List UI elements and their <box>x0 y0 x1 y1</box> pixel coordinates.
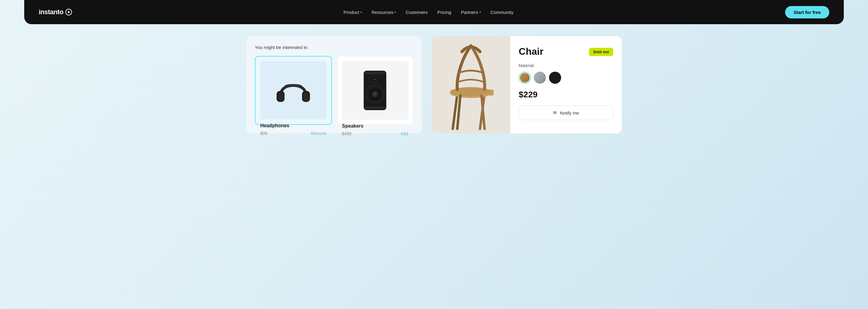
product-header: Chair Sold out <box>519 46 613 57</box>
material-swatch-silver[interactable] <box>534 72 546 84</box>
product-title: Chair <box>519 46 544 57</box>
recommendations-panel: You might be interested in: <box>246 36 422 133</box>
nav-item-partners[interactable]: Partners ▾ <box>461 10 481 15</box>
notify-me-label: Notify me <box>560 110 579 115</box>
material-options <box>519 72 613 84</box>
notify-me-button[interactable]: ✉ Notify me <box>519 105 613 120</box>
mail-icon: ✉ <box>553 110 557 115</box>
resources-dropdown-arrow: ▾ <box>394 10 396 14</box>
navbar: instanto Product ▾ Resources ▾ Customers… <box>24 0 844 24</box>
headphones-name: Headphones <box>260 123 327 129</box>
speakers-name: Speakers <box>342 123 408 129</box>
logo-icon <box>65 9 72 15</box>
svg-rect-4 <box>278 93 282 100</box>
material-section: Material <box>519 63 613 84</box>
nav-link-partners[interactable]: Partners ▾ <box>461 10 481 15</box>
headphones-icon <box>274 72 313 108</box>
nav-link-customers[interactable]: Customers <box>406 10 428 15</box>
product-price: $229 <box>519 90 613 100</box>
start-for-free-button[interactable]: Start for free <box>785 6 829 19</box>
svg-line-23 <box>457 96 460 129</box>
svg-point-16 <box>374 94 376 95</box>
logo-text: instanto <box>39 8 64 16</box>
chair-image-container <box>432 36 510 133</box>
headphones-footer: $99 Remove <box>260 131 327 136</box>
nav-link-resources[interactable]: Resources ▾ <box>372 10 396 15</box>
speakers-price: $499 <box>342 131 351 136</box>
material-swatch-black[interactable] <box>549 72 561 84</box>
product-info-section: Chair Sold out Material $229 ✉ Notify me <box>510 36 622 133</box>
partners-dropdown-arrow: ▾ <box>479 10 481 14</box>
logo[interactable]: instanto <box>39 8 72 16</box>
svg-point-10 <box>374 78 376 80</box>
main-content: You might be interested in: <box>222 24 646 145</box>
nav-link-product[interactable]: Product ▾ <box>343 10 362 15</box>
recommendations-title: You might be interested in: <box>255 45 413 50</box>
nav-link-pricing[interactable]: Pricing <box>437 10 451 15</box>
headphones-card[interactable]: Headphones $99 Remove <box>255 56 332 125</box>
nav-link-community[interactable]: Community <box>491 10 514 15</box>
nav-links: Product ▾ Resources ▾ Customers Pricing … <box>343 10 513 15</box>
svg-rect-7 <box>365 72 385 74</box>
product-cards: Headphones $99 Remove <box>255 56 413 125</box>
svg-rect-5 <box>304 93 309 100</box>
nav-item-customers[interactable]: Customers <box>406 10 428 15</box>
speakers-footer: $499 Add <box>342 131 408 136</box>
nav-item-pricing[interactable]: Pricing <box>437 10 451 15</box>
headphones-price: $99 <box>260 131 267 136</box>
speakers-card[interactable]: Speakers $499 Add <box>337 56 413 125</box>
headphones-remove-button[interactable]: Remove <box>311 131 327 136</box>
material-label: Material <box>519 63 613 68</box>
headphones-image <box>260 61 327 119</box>
nav-item-community[interactable]: Community <box>491 10 514 15</box>
product-detail-panel: Chair Sold out Material $229 ✉ Notify me <box>432 36 622 133</box>
speakers-image <box>342 61 408 120</box>
sold-out-badge: Sold out <box>589 48 613 56</box>
product-dropdown-arrow: ▾ <box>361 10 362 14</box>
chair-image-section <box>432 36 510 133</box>
speakers-icon <box>358 69 392 111</box>
material-swatch-wood[interactable] <box>519 72 531 84</box>
speakers-add-button[interactable]: Add <box>401 131 408 136</box>
svg-rect-17 <box>365 106 385 108</box>
chair-image-svg <box>444 40 498 130</box>
nav-item-resources[interactable]: Resources ▾ <box>372 10 396 15</box>
nav-item-product[interactable]: Product ▾ <box>343 10 362 15</box>
